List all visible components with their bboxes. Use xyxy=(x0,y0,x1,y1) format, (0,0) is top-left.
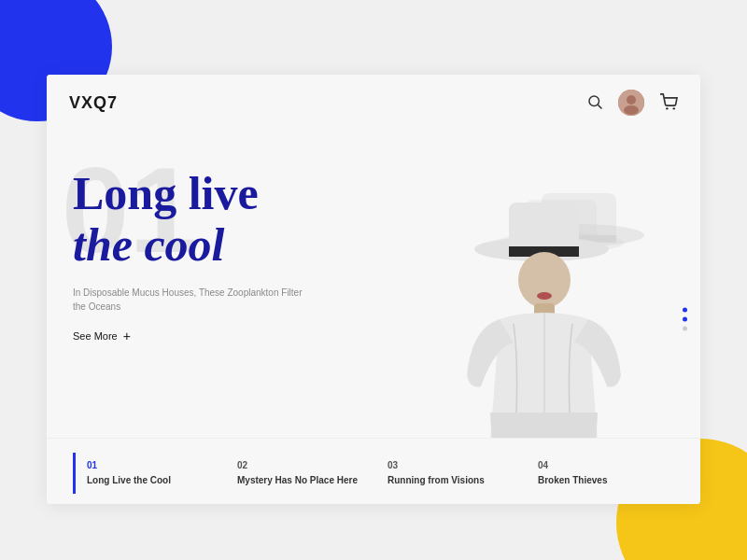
main-card: VXQ7 xyxy=(47,75,700,504)
strip-item-2[interactable]: 02 Mystery Has No Place Here xyxy=(223,453,374,494)
dot-3 xyxy=(683,327,687,331)
dot-1 xyxy=(683,308,687,313)
strip-item-4[interactable]: 04 Broken Thieves xyxy=(524,453,674,494)
strip-item-1-number: 01 xyxy=(87,460,212,470)
svg-point-5 xyxy=(666,107,668,109)
hero-content: Long live the cool In Disposable Mucus H… xyxy=(73,168,316,343)
cart-icon[interactable] xyxy=(659,93,678,113)
svg-point-16 xyxy=(537,292,552,300)
svg-point-6 xyxy=(673,107,675,109)
hero-title: Long live the cool xyxy=(73,168,316,271)
hero-section: 01 Long live the cool In Disposable Mucu… xyxy=(47,131,700,504)
dot-2 xyxy=(683,317,687,322)
strip-item-2-title: Mystery Has No Place Here xyxy=(237,474,362,486)
nav-icons xyxy=(586,90,678,116)
brand-logo: VXQ7 xyxy=(69,93,118,113)
see-more-button[interactable]: See More + xyxy=(73,329,131,343)
strip-item-3[interactable]: 03 Running from Visions xyxy=(374,453,524,494)
hero-subtitle: In Disposable Mucus Houses, These Zoopla… xyxy=(73,286,316,314)
strip-item-1[interactable]: 01 Long Live the Cool xyxy=(73,453,223,494)
strip-item-4-title: Broken Thieves xyxy=(538,474,663,486)
hero-title-cool: cool xyxy=(133,218,225,271)
svg-rect-13 xyxy=(509,203,579,254)
see-more-label: See More xyxy=(73,330,118,342)
hero-title-line2: the cool xyxy=(73,218,225,271)
navbar: VXQ7 xyxy=(47,75,700,131)
strip-item-3-number: 03 xyxy=(388,460,513,470)
strip-item-3-title: Running from Visions xyxy=(388,474,513,486)
dots-menu[interactable] xyxy=(683,308,687,331)
search-icon[interactable] xyxy=(586,93,603,113)
strip-item-1-title: Long Live the Cool xyxy=(87,474,212,486)
svg-line-1 xyxy=(598,105,601,108)
strip-item-2-number: 02 xyxy=(237,460,362,470)
hero-title-italic: the xyxy=(73,218,133,271)
hero-title-line1: Long live xyxy=(73,167,259,219)
see-more-plus: + xyxy=(123,329,131,343)
bottom-strip: 01 Long Live the Cool 02 Mystery Has No … xyxy=(47,438,700,504)
strip-item-4-number: 04 xyxy=(538,460,663,470)
avatar[interactable] xyxy=(618,90,644,116)
svg-point-3 xyxy=(627,95,636,105)
svg-point-4 xyxy=(624,105,639,115)
svg-point-0 xyxy=(589,96,599,106)
